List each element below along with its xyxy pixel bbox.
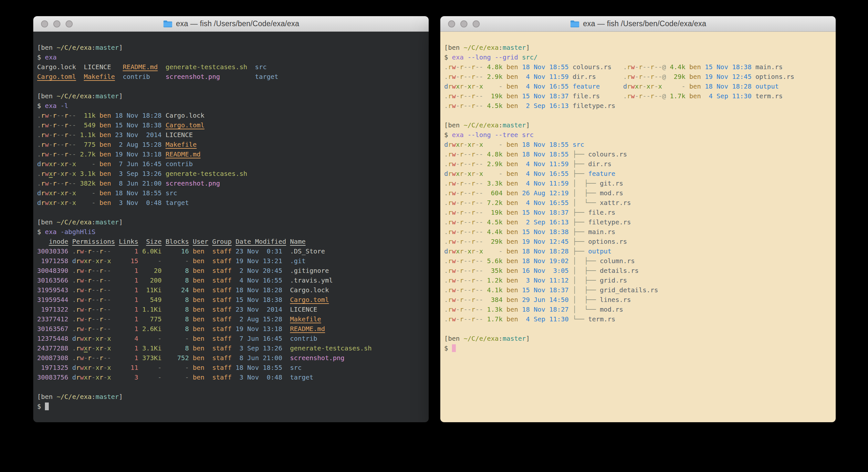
- terminal-line: .rw-r--r-- 1.7k ben 4 Sep 11:30 └── term…: [444, 314, 833, 324]
- terminal-line: $: [444, 343, 833, 353]
- terminal-line: $ exa -l: [37, 101, 426, 111]
- terminal-output-left[interactable]: [ben ~/C/e/exa:master]$ exaCargo.lock LI…: [33, 32, 429, 422]
- terminal-line: .rw-r--r-- 5.6k ben 18 Nov 19:02 │ ├── c…: [444, 256, 833, 266]
- terminal-line: 30048390 .rw-r--r-- 1 20 8 ben staff 2 N…: [37, 266, 426, 275]
- window-controls-left: [41, 16, 73, 31]
- minimize-button[interactable]: [460, 20, 467, 28]
- terminal-line: [444, 111, 833, 120]
- terminal-output-right[interactable]: [ben ~/C/e/exa:master]$ exa --long --gri…: [440, 32, 836, 422]
- terminal-line: .rw-r--r-- 3.3k ben 4 Nov 11:59 │ ├── gi…: [444, 178, 833, 188]
- terminal-line: [37, 82, 426, 91]
- terminal-line: .rw-r--r-- 604 ben 26 Aug 12:19 │ ├── mo…: [444, 188, 833, 198]
- terminal-line: [444, 324, 833, 334]
- terminal-line: .rwxr-xr-x 3.1k ben 3 Sep 13:26 generate…: [37, 169, 426, 178]
- terminal-window-right: exa — fish /Users/ben/Code/exa/exa [ben …: [440, 16, 836, 422]
- terminal-line: .rw-r--r-- 4.5k ben 2 Sep 16:13 filetype…: [444, 101, 833, 111]
- terminal-line: drwxr-xr-x - ben 4 Nov 16:55 feature drw…: [444, 82, 833, 91]
- terminal-line: .rw-r--r-- 382k ben 8 Jun 21:00 screensh…: [37, 178, 426, 188]
- terminal-line: [ben ~/C/e/exa:master]: [444, 120, 833, 130]
- terminal-line: 30030336 .rw-r--r-- 1 6.0Ki 16 ben staff…: [37, 246, 426, 256]
- terminal-line: .rw-r--r-- 1.3k ben 18 Nov 18:27 │ └── m…: [444, 304, 833, 314]
- terminal-line: .rw-r--r-- 11k ben 18 Nov 18:28 Cargo.lo…: [37, 111, 426, 120]
- terminal-line: .rw-r--r-- 4.5k ben 2 Sep 16:13 ├── file…: [444, 217, 833, 227]
- terminal-line: 1971258 drwxr-xr-x 15 - - ben staff 19 N…: [37, 256, 426, 266]
- window-title: exa — fish /Users/ben/Code/exa/exa: [583, 20, 706, 28]
- terminal-line: drwxr-xr-x - ben 18 Nov 18:55 src: [37, 188, 426, 198]
- terminal-line: [ben ~/C/e/exa:master]: [37, 43, 426, 52]
- folder-icon: [570, 20, 580, 28]
- terminal-line: drwxr-xr-x - ben 7 Jun 16:45 contrib: [37, 159, 426, 169]
- terminal-line: 31959544 .rw-r--r-- 1 549 8 ben staff 15…: [37, 295, 426, 304]
- terminal-line: drwxr-xr-x - ben 18 Nov 18:28 ├── output: [444, 246, 833, 256]
- terminal-line: .rw-r--r-- 384 ben 29 Jun 14:50 │ ├── li…: [444, 295, 833, 304]
- terminal-line: 31959543 .rw-r--r-- 1 11Ki 24 ben staff …: [37, 285, 426, 295]
- terminal-line: Cargo.toml Makefile contrib screenshot.p…: [37, 72, 426, 82]
- terminal-line: 1971322 .rw-r--r-- 1 1.1Ki 8 ben staff 2…: [37, 304, 426, 314]
- terminal-line: 30163566 .rw-r--r-- 1 200 8 ben staff 4 …: [37, 275, 426, 285]
- terminal-line: .rw-r--r-- 19k ben 15 Nov 18:37 ├── file…: [444, 208, 833, 217]
- text-cursor: [452, 344, 456, 352]
- terminal-line: .rw-r--r-- 29k ben 19 Nov 12:45 ├── opti…: [444, 237, 833, 246]
- terminal-line: .rw-r--r-- 4.8k ben 18 Nov 18:55 ├── col…: [444, 149, 833, 159]
- titlebar-left[interactable]: exa — fish /Users/ben/Code/exa/exa: [33, 16, 429, 32]
- terminal-line: .rw-r--r-- 4.4k ben 15 Nov 18:38 ├── mai…: [444, 227, 833, 237]
- terminal-line: [ben ~/C/e/exa:master]: [444, 43, 833, 52]
- terminal-line: .rw-r--r-- 1.2k ben 3 Nov 11:12 │ ├── gr…: [444, 275, 833, 285]
- terminal-line: drwxr-xr-x - ben 18 Nov 18:55 src: [444, 140, 833, 149]
- terminal-line: [37, 382, 426, 392]
- terminal-line: .rw-r--r-- 2.9k ben 4 Nov 11:59 dir.rs .…: [444, 72, 833, 82]
- terminal-line: [ben ~/C/e/exa:master]: [37, 392, 426, 402]
- terminal-line: .rw-r--r-- 19k ben 15 Nov 18:37 file.rs …: [444, 91, 833, 101]
- titlebar-right[interactable]: exa — fish /Users/ben/Code/exa/exa: [440, 16, 836, 32]
- window-title-group: exa — fish /Users/ben/Code/exa/exa: [570, 20, 706, 28]
- terminal-line: 30083756 drwxr-xr-x 3 - - ben staff 3 No…: [37, 373, 426, 382]
- terminal-line: 20087308 .rw-r--r-- 1 373Ki 752 ben staf…: [37, 353, 426, 363]
- window-title-group: exa — fish /Users/ben/Code/exa/exa: [163, 20, 299, 28]
- desktop: { "window_title": "exa — fish /Users/ben…: [0, 0, 868, 472]
- terminal-line: 24377288 .rwxr-xr-x 1 3.1Ki 8 ben staff …: [37, 343, 426, 353]
- text-cursor: [45, 403, 49, 410]
- close-button[interactable]: [41, 20, 48, 28]
- terminal-line: inode Permissions Links Size Blocks User…: [37, 237, 426, 246]
- terminal-line: [37, 208, 426, 217]
- terminal-line: .rw-r--r-- 4.1k ben 15 Nov 18:37 │ ├── g…: [444, 285, 833, 295]
- terminal-line: .rw-r--r-- 549 ben 15 Nov 18:38 Cargo.to…: [37, 120, 426, 130]
- terminal-line: $: [37, 402, 426, 411]
- folder-icon: [163, 20, 173, 28]
- terminal-line: .rw-r--r-- 4.8k ben 18 Nov 18:55 colours…: [444, 62, 833, 72]
- terminal-line: $ exa -abghHliS: [37, 227, 426, 237]
- zoom-button[interactable]: [473, 20, 480, 28]
- minimize-button[interactable]: [53, 20, 60, 28]
- window-title: exa — fish /Users/ben/Code/exa/exa: [176, 20, 299, 28]
- terminal-line: 23377412 .rw-r--r-- 1 775 8 ben staff 2 …: [37, 314, 426, 324]
- terminal-line: .rw-r--r-- 7.2k ben 4 Nov 16:55 │ └── xa…: [444, 198, 833, 208]
- terminal-line: $ exa --long --tree src: [444, 130, 833, 140]
- terminal-line: [ben ~/C/e/exa:master]: [37, 217, 426, 227]
- terminal-line: .rw-r--r-- 2.7k ben 19 Nov 13:18 README.…: [37, 149, 426, 159]
- terminal-window-left: exa — fish /Users/ben/Code/exa/exa [ben …: [33, 16, 429, 422]
- terminal-line: Cargo.lock LICENCE README.md generate-te…: [37, 62, 426, 72]
- terminal-line: 30163567 .rw-r--r-- 1 2.6Ki 8 ben staff …: [37, 324, 426, 334]
- terminal-line: .rw-r--r-- 2.9k ben 4 Nov 11:59 ├── dir.…: [444, 159, 833, 169]
- terminal-line: [ben ~/C/e/exa:master]: [37, 91, 426, 101]
- terminal-line: $ exa --long --grid src/: [444, 52, 833, 62]
- terminal-line: 12375448 drwxr-xr-x 4 - - ben staff 7 Ju…: [37, 334, 426, 343]
- terminal-line: 1971325 drwxr-xr-x 11 - - ben staff 18 N…: [37, 363, 426, 373]
- close-button[interactable]: [448, 20, 455, 28]
- terminal-line: $ exa: [37, 52, 426, 62]
- zoom-button[interactable]: [66, 20, 73, 28]
- terminal-line: .rw-r--r-- 1.1k ben 23 Nov 2014 LICENCE: [37, 130, 426, 140]
- terminal-line: .rw-r--r-- 35k ben 16 Nov 3:05 │ ├── det…: [444, 266, 833, 275]
- terminal-line: [ben ~/C/e/exa:master]: [444, 334, 833, 343]
- terminal-line: drwxr-xr-x - ben 3 Nov 0:48 target: [37, 198, 426, 208]
- terminal-line: .rw-r--r-- 775 ben 2 Aug 15:28 Makefile: [37, 140, 426, 149]
- terminal-line: drwxr-xr-x - ben 4 Nov 16:55 ├── feature: [444, 169, 833, 178]
- window-controls-right: [448, 16, 480, 31]
